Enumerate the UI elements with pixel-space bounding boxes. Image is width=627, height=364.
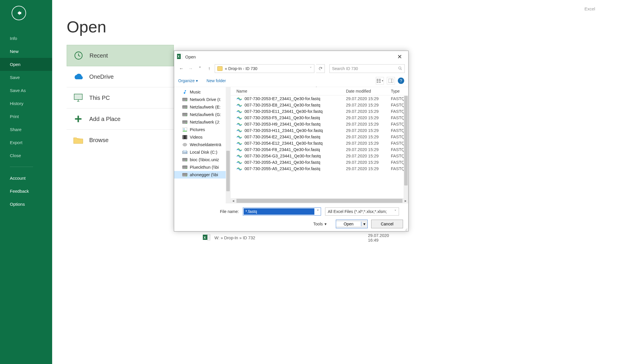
sidebar-item-export[interactable]: Export: [0, 136, 52, 149]
file-row[interactable]: 007-730-2055-A5_23441_Qe30-for.fastq29.0…: [231, 166, 408, 172]
drive-icon: [182, 105, 187, 109]
cancel-button[interactable]: Cancel: [371, 220, 403, 228]
resize-handle[interactable]: [404, 227, 408, 231]
scroll-left-icon[interactable]: ◄: [231, 199, 236, 203]
column-headers[interactable]: Name Date modified Type: [231, 87, 408, 95]
breadcrumb[interactable]: « Drop-In › ID 730 ˅: [215, 64, 314, 73]
sidebar-separator: [10, 167, 33, 167]
filename-input[interactable]: [244, 208, 314, 215]
new-folder-button[interactable]: New folder: [207, 78, 226, 83]
sidebar-item-open[interactable]: Open: [0, 58, 52, 71]
nav-recent-dropdown[interactable]: ˅: [196, 65, 204, 72]
preview-pane-button[interactable]: [387, 77, 395, 84]
tree-item[interactable]: Music: [174, 88, 230, 96]
file-row[interactable]: 007-730-2053-F5_23441_Qe30-for.fastq29.0…: [231, 115, 408, 121]
sidebar-item-close[interactable]: Close: [0, 149, 52, 162]
svg-rect-20: [377, 82, 378, 82]
scroll-right-icon[interactable]: ►: [403, 199, 408, 203]
file-filter-dropdown[interactable]: All Excel Files (*.xl*;*.xlsx;*.xlsm; ˅: [325, 207, 399, 216]
file-row[interactable]: 007-730-2054-E2_23441_Qe30-for.fastq29.0…: [231, 134, 408, 140]
tree-item[interactable]: bioc (\\bioc.uniz: [174, 156, 230, 163]
file-row[interactable]: 007-730-2055-A3_23441_Qe30-for.fastq29.0…: [231, 159, 408, 166]
place-add-a-place[interactable]: Add a Place: [67, 109, 174, 130]
sidebar-item-info[interactable]: Info: [0, 32, 52, 45]
svg-rect-24: [389, 79, 393, 83]
sidebar-item-options[interactable]: Options: [0, 198, 52, 211]
tree-item[interactable]: Network Drive (I:: [174, 96, 230, 103]
nav-up-button[interactable]: ↑: [205, 65, 213, 72]
organize-menu[interactable]: Organize ▾: [178, 78, 198, 83]
tree-item[interactable]: ahonegger (\\bi: [174, 171, 230, 179]
video-icon: [182, 135, 187, 139]
drive-icon: [182, 157, 187, 162]
tree-item[interactable]: Plueckthun (\\bi: [174, 163, 230, 171]
breadcrumb-seg-1[interactable]: ID 730: [245, 66, 257, 71]
disk-icon: [182, 142, 187, 147]
tree-item[interactable]: Pictures: [174, 126, 230, 133]
file-row[interactable]: 007-730-2053-E7_23441_Qe30-for.fastq29.0…: [231, 95, 408, 102]
tree-item[interactable]: Netzlaufwerk (G:: [174, 111, 230, 118]
breadcrumb-seg-0[interactable]: Drop-In: [228, 66, 242, 71]
back-button[interactable]: [12, 6, 26, 20]
tree-item[interactable]: Netzlaufwerk (J:: [174, 118, 230, 126]
tree-scrollbar[interactable]: [226, 87, 230, 203]
sidebar-item-print[interactable]: Print: [0, 110, 52, 123]
close-icon[interactable]: ✕: [394, 53, 405, 60]
file-scrollbar[interactable]: [404, 96, 408, 198]
file-row[interactable]: 007-730-2053-E11_23441_Qe30-for.fastq29.…: [231, 108, 408, 115]
svg-rect-6: [75, 118, 82, 120]
file-row[interactable]: 007-730-2053-H11_23441_Qe30-for.fastq29.…: [231, 127, 408, 134]
place-browse[interactable]: Browse: [67, 130, 174, 150]
sidebar-item-history[interactable]: History: [0, 97, 52, 110]
sidebar-item-account[interactable]: Account: [0, 172, 52, 185]
help-icon[interactable]: ?: [398, 78, 404, 84]
fastq-file-icon: [236, 147, 242, 152]
cloud-icon: [73, 71, 83, 82]
filename-field[interactable]: ˅: [243, 207, 321, 216]
svg-point-16: [399, 67, 401, 69]
horizontal-scrollbar[interactable]: ◄ ►: [231, 198, 408, 203]
place-onedrive[interactable]: OneDrive: [67, 66, 174, 87]
svg-rect-39: [183, 150, 187, 152]
svg-point-27: [183, 128, 185, 130]
view-options-button[interactable]: ▾: [376, 77, 384, 84]
sidebar-item-feedback[interactable]: Feedback: [0, 185, 52, 198]
plus-icon: [73, 114, 83, 124]
svg-rect-21: [379, 79, 381, 80]
file-row[interactable]: 007-730-2054-E12_23441_Qe30-for.fastq29.…: [231, 140, 408, 146]
place-this-pc[interactable]: This PC: [67, 87, 174, 109]
search-input[interactable]: Search ID 730: [329, 64, 405, 73]
file-row[interactable]: 007-730-2054-F8_23441_Qe30-for.fastq29.0…: [231, 146, 408, 153]
file-row[interactable]: 007-730-2053-E8_23441_Qe30-for.fastq29.0…: [231, 102, 408, 108]
svg-text:X: X: [178, 55, 180, 58]
fastq-file-icon: [236, 103, 242, 107]
nav-back-button[interactable]: ←: [178, 65, 185, 72]
file-row[interactable]: 007-730-2053-H9_23441_Qe30-for.fastq29.0…: [231, 121, 408, 127]
tools-menu[interactable]: Tools ▾: [313, 222, 327, 226]
place-recent[interactable]: Recent: [67, 45, 174, 66]
sidebar-item-save[interactable]: Save: [0, 71, 52, 84]
music-icon: [182, 90, 187, 94]
folder-icon: [73, 135, 83, 145]
open-button[interactable]: Open ▾: [336, 220, 368, 228]
sidebar-item-save-as[interactable]: Save As: [0, 84, 52, 97]
tree-item[interactable]: Videos: [174, 133, 230, 141]
col-name[interactable]: Name: [236, 89, 346, 93]
open-split-dropdown[interactable]: ▾: [361, 222, 367, 226]
search-placeholder: Search ID 730: [332, 66, 358, 71]
file-row[interactable]: 007-730-2054-G3_23441_Qe30-for.fastq29.0…: [231, 153, 408, 159]
tree-item[interactable]: Wechseldatenträ: [174, 141, 230, 148]
refresh-button[interactable]: [316, 64, 325, 73]
tree-item[interactable]: Local Disk (C:): [174, 148, 230, 156]
col-date[interactable]: Date modified: [346, 89, 391, 93]
file-list-pane: ˆ Name Date modified Type 007-730-2053-E…: [231, 87, 408, 203]
sidebar-item-share[interactable]: Share: [0, 123, 52, 136]
chevron-down-icon[interactable]: ˅: [315, 209, 321, 214]
recent-item[interactable]: X W: » Drop-In » ID 732 29.07.2020 16:49: [203, 234, 255, 242]
col-type[interactable]: Type: [391, 89, 408, 93]
sidebar-item-new[interactable]: New: [0, 45, 52, 58]
breadcrumb-prefix: «: [225, 66, 227, 71]
chevron-down-icon[interactable]: ˅: [310, 66, 312, 71]
tree-item[interactable]: Netzlaufwerk (E:: [174, 103, 230, 111]
dialog-title: Open: [185, 54, 196, 59]
